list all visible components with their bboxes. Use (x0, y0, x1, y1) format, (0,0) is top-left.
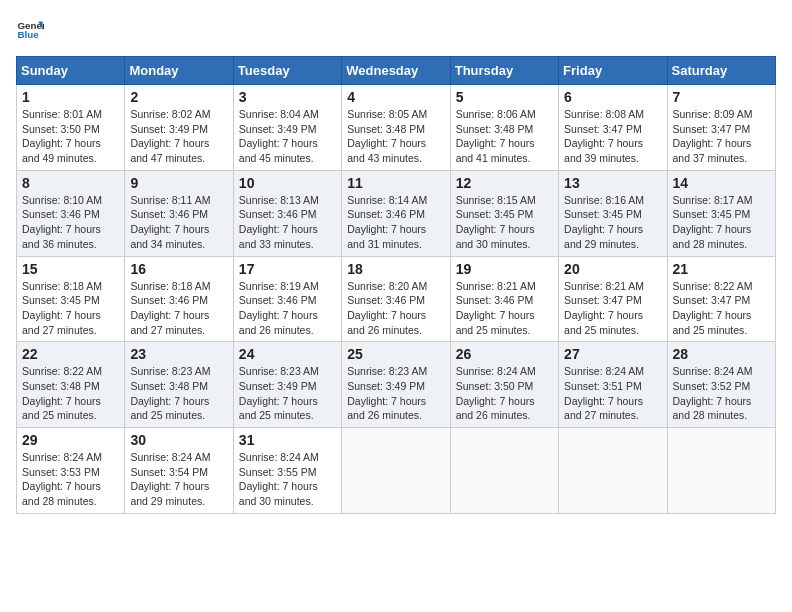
calendar-header-thursday: Thursday (450, 57, 558, 85)
calendar-cell: 30Sunrise: 8:24 AMSunset: 3:54 PMDayligh… (125, 428, 233, 514)
day-number: 14 (673, 175, 770, 191)
day-info: Sunrise: 8:19 AMSunset: 3:46 PMDaylight:… (239, 279, 336, 338)
day-info: Sunrise: 8:18 AMSunset: 3:46 PMDaylight:… (130, 279, 227, 338)
calendar-cell: 24Sunrise: 8:23 AMSunset: 3:49 PMDayligh… (233, 342, 341, 428)
day-number: 3 (239, 89, 336, 105)
calendar-cell: 23Sunrise: 8:23 AMSunset: 3:48 PMDayligh… (125, 342, 233, 428)
day-info: Sunrise: 8:18 AMSunset: 3:45 PMDaylight:… (22, 279, 119, 338)
day-info: Sunrise: 8:14 AMSunset: 3:46 PMDaylight:… (347, 193, 444, 252)
day-info: Sunrise: 8:21 AMSunset: 3:47 PMDaylight:… (564, 279, 661, 338)
calendar-cell: 6Sunrise: 8:08 AMSunset: 3:47 PMDaylight… (559, 85, 667, 171)
calendar-cell: 18Sunrise: 8:20 AMSunset: 3:46 PMDayligh… (342, 256, 450, 342)
day-info: Sunrise: 8:11 AMSunset: 3:46 PMDaylight:… (130, 193, 227, 252)
day-info: Sunrise: 8:24 AMSunset: 3:53 PMDaylight:… (22, 450, 119, 509)
day-number: 18 (347, 261, 444, 277)
day-info: Sunrise: 8:06 AMSunset: 3:48 PMDaylight:… (456, 107, 553, 166)
calendar-cell: 28Sunrise: 8:24 AMSunset: 3:52 PMDayligh… (667, 342, 775, 428)
day-info: Sunrise: 8:05 AMSunset: 3:48 PMDaylight:… (347, 107, 444, 166)
day-number: 6 (564, 89, 661, 105)
calendar-cell: 8Sunrise: 8:10 AMSunset: 3:46 PMDaylight… (17, 170, 125, 256)
week-row-2: 8Sunrise: 8:10 AMSunset: 3:46 PMDaylight… (17, 170, 776, 256)
day-number: 27 (564, 346, 661, 362)
day-number: 29 (22, 432, 119, 448)
day-info: Sunrise: 8:23 AMSunset: 3:49 PMDaylight:… (239, 364, 336, 423)
day-info: Sunrise: 8:24 AMSunset: 3:50 PMDaylight:… (456, 364, 553, 423)
calendar-cell: 13Sunrise: 8:16 AMSunset: 3:45 PMDayligh… (559, 170, 667, 256)
calendar-header-monday: Monday (125, 57, 233, 85)
calendar-cell (342, 428, 450, 514)
week-row-4: 22Sunrise: 8:22 AMSunset: 3:48 PMDayligh… (17, 342, 776, 428)
logo: General Blue (16, 16, 44, 44)
day-info: Sunrise: 8:23 AMSunset: 3:49 PMDaylight:… (347, 364, 444, 423)
calendar-cell: 15Sunrise: 8:18 AMSunset: 3:45 PMDayligh… (17, 256, 125, 342)
calendar-cell: 22Sunrise: 8:22 AMSunset: 3:48 PMDayligh… (17, 342, 125, 428)
calendar-cell: 12Sunrise: 8:15 AMSunset: 3:45 PMDayligh… (450, 170, 558, 256)
day-info: Sunrise: 8:16 AMSunset: 3:45 PMDaylight:… (564, 193, 661, 252)
day-number: 9 (130, 175, 227, 191)
day-number: 13 (564, 175, 661, 191)
day-info: Sunrise: 8:22 AMSunset: 3:47 PMDaylight:… (673, 279, 770, 338)
calendar-cell: 2Sunrise: 8:02 AMSunset: 3:49 PMDaylight… (125, 85, 233, 171)
day-number: 19 (456, 261, 553, 277)
calendar-cell: 29Sunrise: 8:24 AMSunset: 3:53 PMDayligh… (17, 428, 125, 514)
day-info: Sunrise: 8:09 AMSunset: 3:47 PMDaylight:… (673, 107, 770, 166)
day-info: Sunrise: 8:01 AMSunset: 3:50 PMDaylight:… (22, 107, 119, 166)
calendar-table: SundayMondayTuesdayWednesdayThursdayFrid… (16, 56, 776, 514)
day-number: 31 (239, 432, 336, 448)
day-number: 10 (239, 175, 336, 191)
calendar-cell: 25Sunrise: 8:23 AMSunset: 3:49 PMDayligh… (342, 342, 450, 428)
day-info: Sunrise: 8:13 AMSunset: 3:46 PMDaylight:… (239, 193, 336, 252)
calendar-header-sunday: Sunday (17, 57, 125, 85)
calendar-cell: 9Sunrise: 8:11 AMSunset: 3:46 PMDaylight… (125, 170, 233, 256)
day-info: Sunrise: 8:02 AMSunset: 3:49 PMDaylight:… (130, 107, 227, 166)
day-number: 1 (22, 89, 119, 105)
day-info: Sunrise: 8:24 AMSunset: 3:54 PMDaylight:… (130, 450, 227, 509)
day-number: 7 (673, 89, 770, 105)
day-info: Sunrise: 8:24 AMSunset: 3:55 PMDaylight:… (239, 450, 336, 509)
day-info: Sunrise: 8:15 AMSunset: 3:45 PMDaylight:… (456, 193, 553, 252)
week-row-3: 15Sunrise: 8:18 AMSunset: 3:45 PMDayligh… (17, 256, 776, 342)
day-info: Sunrise: 8:24 AMSunset: 3:51 PMDaylight:… (564, 364, 661, 423)
day-info: Sunrise: 8:20 AMSunset: 3:46 PMDaylight:… (347, 279, 444, 338)
day-number: 25 (347, 346, 444, 362)
calendar-cell: 1Sunrise: 8:01 AMSunset: 3:50 PMDaylight… (17, 85, 125, 171)
day-number: 8 (22, 175, 119, 191)
day-number: 2 (130, 89, 227, 105)
day-number: 28 (673, 346, 770, 362)
calendar-cell: 7Sunrise: 8:09 AMSunset: 3:47 PMDaylight… (667, 85, 775, 171)
calendar-cell (559, 428, 667, 514)
day-number: 4 (347, 89, 444, 105)
day-info: Sunrise: 8:04 AMSunset: 3:49 PMDaylight:… (239, 107, 336, 166)
day-number: 26 (456, 346, 553, 362)
day-info: Sunrise: 8:24 AMSunset: 3:52 PMDaylight:… (673, 364, 770, 423)
day-number: 22 (22, 346, 119, 362)
day-info: Sunrise: 8:23 AMSunset: 3:48 PMDaylight:… (130, 364, 227, 423)
day-info: Sunrise: 8:17 AMSunset: 3:45 PMDaylight:… (673, 193, 770, 252)
calendar-cell (450, 428, 558, 514)
calendar-header-row: SundayMondayTuesdayWednesdayThursdayFrid… (17, 57, 776, 85)
calendar-cell: 11Sunrise: 8:14 AMSunset: 3:46 PMDayligh… (342, 170, 450, 256)
day-number: 12 (456, 175, 553, 191)
week-row-5: 29Sunrise: 8:24 AMSunset: 3:53 PMDayligh… (17, 428, 776, 514)
calendar-cell: 26Sunrise: 8:24 AMSunset: 3:50 PMDayligh… (450, 342, 558, 428)
day-number: 30 (130, 432, 227, 448)
calendar-cell: 27Sunrise: 8:24 AMSunset: 3:51 PMDayligh… (559, 342, 667, 428)
day-info: Sunrise: 8:08 AMSunset: 3:47 PMDaylight:… (564, 107, 661, 166)
calendar-cell: 5Sunrise: 8:06 AMSunset: 3:48 PMDaylight… (450, 85, 558, 171)
day-info: Sunrise: 8:21 AMSunset: 3:46 PMDaylight:… (456, 279, 553, 338)
day-number: 23 (130, 346, 227, 362)
day-number: 16 (130, 261, 227, 277)
day-number: 21 (673, 261, 770, 277)
calendar-cell: 21Sunrise: 8:22 AMSunset: 3:47 PMDayligh… (667, 256, 775, 342)
calendar-header-friday: Friday (559, 57, 667, 85)
calendar-cell (667, 428, 775, 514)
calendar-cell: 3Sunrise: 8:04 AMSunset: 3:49 PMDaylight… (233, 85, 341, 171)
calendar-cell: 19Sunrise: 8:21 AMSunset: 3:46 PMDayligh… (450, 256, 558, 342)
calendar-header-saturday: Saturday (667, 57, 775, 85)
day-number: 11 (347, 175, 444, 191)
calendar-body: 1Sunrise: 8:01 AMSunset: 3:50 PMDaylight… (17, 85, 776, 514)
page-header: General Blue (16, 16, 776, 44)
day-number: 17 (239, 261, 336, 277)
calendar-header-tuesday: Tuesday (233, 57, 341, 85)
calendar-cell: 20Sunrise: 8:21 AMSunset: 3:47 PMDayligh… (559, 256, 667, 342)
